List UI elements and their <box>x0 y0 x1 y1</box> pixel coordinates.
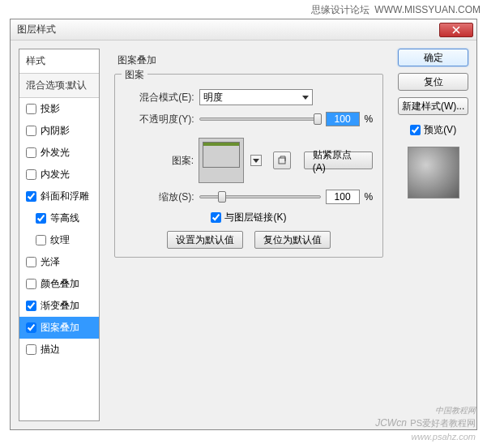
style-checkbox[interactable] <box>26 257 36 267</box>
style-label: 等高线 <box>50 211 79 225</box>
style-label: 渐变叠加 <box>41 299 79 313</box>
blend-mode-select[interactable]: 明度 <box>199 89 313 105</box>
style-item-0[interactable]: 投影 <box>19 98 99 120</box>
style-item-4[interactable]: 斜面和浮雕 <box>19 186 99 207</box>
style-label: 纹理 <box>50 233 70 247</box>
style-checkbox[interactable] <box>26 104 36 114</box>
titlebar[interactable]: 图层样式 <box>11 19 476 41</box>
style-checkbox[interactable] <box>26 126 36 136</box>
style-item-9[interactable]: 渐变叠加 <box>19 295 99 317</box>
chevron-down-icon <box>253 159 259 163</box>
pattern-fieldset: 图案 混合模式(E): 明度 不透明度(Y): 100 <box>114 74 384 258</box>
style-label: 图案叠加 <box>41 321 79 335</box>
fieldset-legend: 图案 <box>122 68 147 82</box>
reset-default-button[interactable]: 复位为默认值 <box>254 231 331 249</box>
watermark-sub: PS爱好者教程网 <box>410 418 476 428</box>
opacity-row: 不透明度(Y): 100 % <box>125 112 374 126</box>
style-checkbox[interactable] <box>26 147 36 158</box>
opacity-slider-thumb[interactable] <box>314 113 322 125</box>
svg-rect-0 <box>279 158 285 164</box>
opacity-slider[interactable] <box>199 117 321 121</box>
style-label: 光泽 <box>41 255 60 269</box>
watermark: 中国教程网 JCWcn PS爱好者教程网 www.psahz.com <box>375 406 476 443</box>
style-checkbox[interactable] <box>36 235 46 245</box>
style-checkbox[interactable] <box>26 169 36 180</box>
brick-pattern-preview <box>203 142 240 168</box>
blend-mode-label: 混合模式(E): <box>125 91 194 105</box>
pattern-swatch[interactable] <box>199 138 244 183</box>
style-item-10[interactable]: 图案叠加 <box>19 317 99 339</box>
style-label: 描边 <box>41 343 60 356</box>
link-layer-input[interactable] <box>211 212 221 223</box>
preview-label: 预览(V) <box>424 123 456 137</box>
link-layer-row: 与图层链接(K) <box>125 211 374 224</box>
styles-list-panel: 样式 混合选项:默认 投影内阴影外发光内发光斜面和浮雕等高线纹理光泽颜色叠加渐变… <box>19 49 100 421</box>
link-layer-checkbox[interactable]: 与图层链接(K) <box>211 211 286 224</box>
pattern-dropdown-arrow[interactable] <box>250 155 262 166</box>
style-label: 外发光 <box>41 146 70 160</box>
pattern-row: 图案: 贴紧原点(A) <box>125 138 374 183</box>
preview-checkbox-input[interactable] <box>410 125 421 135</box>
style-checkbox[interactable] <box>36 213 46 224</box>
pattern-label: 图案: <box>125 154 194 168</box>
style-item-3[interactable]: 内发光 <box>19 164 99 186</box>
style-label: 内阴影 <box>41 124 70 138</box>
site-url: WWW.MISSYUAN.COM <box>374 4 481 15</box>
make-default-button[interactable]: 设置为默认值 <box>167 231 243 249</box>
opacity-input[interactable]: 100 <box>326 112 360 126</box>
close-icon <box>452 26 460 34</box>
style-item-1[interactable]: 内阴影 <box>19 120 99 142</box>
close-button[interactable] <box>439 23 473 37</box>
scale-input[interactable]: 100 <box>326 190 360 204</box>
style-item-6[interactable]: 纹理 <box>19 229 99 251</box>
style-checkbox[interactable] <box>26 191 36 202</box>
percent-label: % <box>365 113 374 125</box>
watermark-extra: 中国教程网 <box>375 406 476 415</box>
preview-thumbnail <box>408 147 459 198</box>
new-preset-icon <box>277 156 287 165</box>
dialog-body: 样式 混合选项:默认 投影内阴影外发光内发光斜面和浮雕等高线纹理光泽颜色叠加渐变… <box>11 41 476 429</box>
pattern-overlay-section: 图案叠加 图案 混合模式(E): 明度 不透明度(Y): <box>108 49 391 267</box>
layer-style-dialog: 图层样式 样式 混合选项:默认 投影内阴影外发光内发光斜面和浮雕等高线纹理光泽颜… <box>10 19 477 430</box>
style-label: 投影 <box>41 102 60 116</box>
style-label: 斜面和浮雕 <box>41 190 89 203</box>
style-item-8[interactable]: 颜色叠加 <box>19 273 99 295</box>
style-list: 投影内阴影外发光内发光斜面和浮雕等高线纹理光泽颜色叠加渐变叠加图案叠加描边 <box>19 98 99 420</box>
dialog-title: 图层样式 <box>17 23 439 36</box>
blend-options-header[interactable]: 混合选项:默认 <box>19 74 99 98</box>
style-item-2[interactable]: 外发光 <box>19 142 99 164</box>
site-name: 思缘设计论坛 <box>311 4 370 15</box>
style-checkbox[interactable] <box>26 344 36 355</box>
style-item-7[interactable]: 光泽 <box>19 251 99 273</box>
style-checkbox[interactable] <box>26 301 36 311</box>
chevron-down-icon <box>302 96 309 100</box>
scale-slider-thumb[interactable] <box>218 191 226 203</box>
watermark-url: www.psahz.com <box>412 432 476 442</box>
ok-button[interactable]: 确定 <box>398 49 468 66</box>
style-checkbox[interactable] <box>26 279 36 289</box>
blend-mode-row: 混合模式(E): 明度 <box>125 89 374 105</box>
preview-checkbox[interactable]: 预览(V) <box>398 123 468 137</box>
styles-header[interactable]: 样式 <box>19 49 99 74</box>
new-style-button[interactable]: 新建样式(W)... <box>398 97 468 115</box>
scale-row: 缩放(S): 100 % <box>125 190 374 204</box>
page-header: 思缘设计论坛 WWW.MISSYUAN.COM <box>0 0 487 19</box>
watermark-brand: JCWcn <box>375 417 407 429</box>
opacity-label: 不透明度(Y): <box>125 113 194 126</box>
style-label: 内发光 <box>41 168 70 181</box>
style-item-11[interactable]: 描边 <box>19 339 99 361</box>
right-button-panel: 确定 复位 新建样式(W)... 预览(V) <box>398 49 468 421</box>
style-item-5[interactable]: 等高线 <box>19 207 99 229</box>
style-checkbox[interactable] <box>26 322 36 333</box>
scale-slider[interactable] <box>199 195 321 198</box>
cancel-button[interactable]: 复位 <box>398 73 468 91</box>
default-buttons-row: 设置为默认值 复位为默认值 <box>125 231 374 249</box>
section-title: 图案叠加 <box>117 53 384 67</box>
main-panel: 图案叠加 图案 混合模式(E): 明度 不透明度(Y): <box>108 49 391 421</box>
new-pattern-button[interactable] <box>273 151 291 169</box>
blend-mode-value: 明度 <box>203 91 223 105</box>
percent-label: % <box>365 191 374 203</box>
link-layer-label: 与图层链接(K) <box>224 211 286 224</box>
snap-origin-button[interactable]: 贴紧原点(A) <box>304 151 374 169</box>
style-label: 颜色叠加 <box>41 277 79 291</box>
